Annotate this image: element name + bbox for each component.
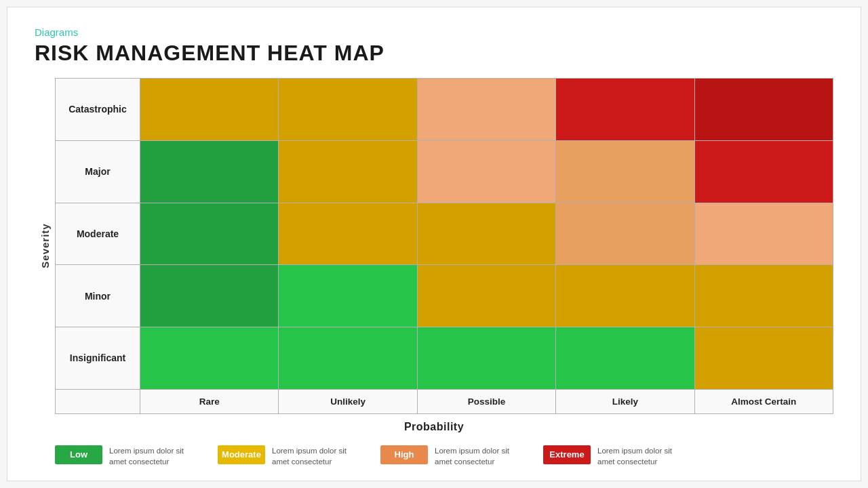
row-cells (140, 141, 833, 203)
heat-cell (279, 265, 417, 327)
matrix-wrapper: Severity CatastrophicMajorModerateMinorI… (35, 78, 833, 414)
category-label: Diagrams (35, 26, 833, 38)
heat-cell (140, 265, 279, 327)
heat-cell (140, 203, 279, 265)
row-label: Minor (56, 265, 140, 327)
heat-cell (279, 79, 417, 140)
heat-cell (279, 203, 417, 265)
heat-cell (140, 79, 279, 140)
table-row: Insignificant (56, 327, 833, 389)
heat-map-table: CatastrophicMajorModerateMinorInsignific… (55, 78, 833, 414)
heat-cell (418, 327, 556, 389)
probability-label: Probability (35, 414, 833, 436)
row-cells (140, 265, 833, 327)
col-header: Possible (418, 390, 556, 413)
row-label: Moderate (56, 203, 140, 265)
col-header: Rare (140, 390, 279, 413)
legend-item: ExtremeLorem ipsum dolor sit amet consec… (543, 445, 679, 467)
col-header-spacer (56, 390, 140, 413)
heat-cell (418, 203, 556, 265)
legend-badge: Extreme (543, 445, 591, 464)
table-row: Minor (56, 265, 833, 327)
row-cells (140, 79, 833, 140)
heat-cell (695, 327, 833, 389)
heat-cell (418, 79, 556, 140)
heat-cell (556, 79, 694, 140)
heat-cell (695, 265, 833, 327)
heat-cell (140, 327, 279, 389)
heat-cell (695, 79, 833, 140)
row-label: Catastrophic (56, 79, 140, 140)
col-header: Almost Certain (695, 390, 833, 413)
matrix-section: Severity CatastrophicMajorModerateMinorI… (35, 78, 833, 467)
legend-text: Lorem ipsum dolor sit amet consectetur (597, 445, 679, 467)
row-cells (140, 203, 833, 265)
heat-cell (418, 265, 556, 327)
row-cells (140, 327, 833, 389)
table-row: Major (56, 141, 833, 203)
heat-cell (279, 327, 417, 389)
grid-body: CatastrophicMajorModerateMinorInsignific… (56, 79, 833, 389)
row-label: Major (56, 141, 140, 203)
table-row: Catastrophic (56, 79, 833, 141)
heat-cell (140, 141, 279, 203)
col-headers-inner: RareUnlikelyPossibleLikelyAlmost Certain (140, 390, 833, 413)
legend: LowLorem ipsum dolor sit amet consectetu… (35, 445, 833, 467)
heat-cell (556, 265, 694, 327)
heat-cell (695, 203, 833, 265)
heat-cell (556, 203, 694, 265)
severity-axis: Severity (35, 78, 55, 414)
heat-cell (695, 141, 833, 203)
heat-cell (279, 141, 417, 203)
legend-badge: Moderate (218, 445, 265, 464)
col-header: Likely (556, 390, 694, 413)
page-title: RISK MANAGEMENT HEAT MAP (35, 41, 833, 66)
table-row: Moderate (56, 203, 833, 266)
legend-badge: High (380, 445, 428, 464)
slide: Diagrams RISK MANAGEMENT HEAT MAP Severi… (7, 7, 861, 481)
legend-text: Lorem ipsum dolor sit amet consectetur (109, 445, 191, 467)
legend-text: Lorem ipsum dolor sit amet consectetur (435, 445, 516, 467)
legend-badge: Low (55, 445, 102, 464)
col-header: Unlikely (279, 390, 417, 413)
legend-text: Lorem ipsum dolor sit amet consectetur (272, 445, 353, 467)
row-label: Insignificant (56, 327, 140, 389)
severity-label: Severity (39, 224, 51, 268)
legend-item: HighLorem ipsum dolor sit amet consectet… (380, 445, 516, 467)
heat-cell (418, 141, 556, 203)
heat-cell (556, 327, 694, 389)
heat-cell (556, 141, 694, 203)
col-headers: RareUnlikelyPossibleLikelyAlmost Certain (56, 389, 833, 413)
legend-item: ModerateLorem ipsum dolor sit amet conse… (218, 445, 353, 467)
legend-item: LowLorem ipsum dolor sit amet consectetu… (55, 445, 191, 467)
